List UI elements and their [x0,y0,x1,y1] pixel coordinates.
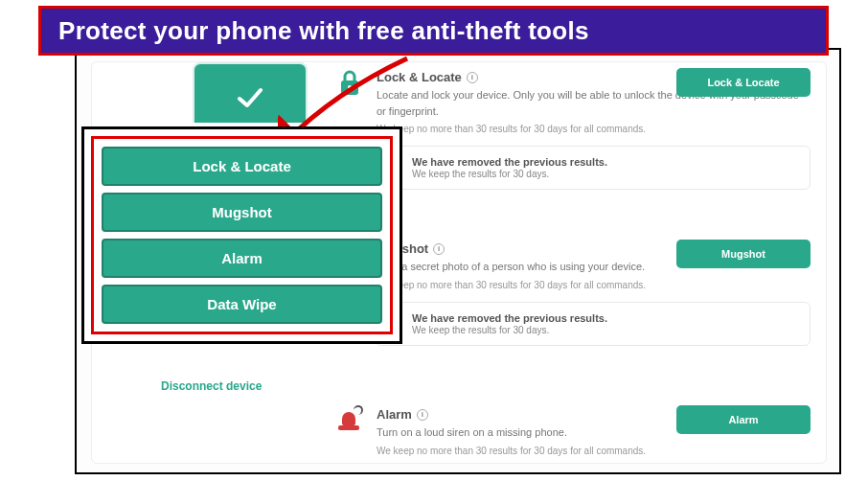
highlight-inner: Lock & Locate Mugshot Alarm Data Wipe [91,136,393,334]
feature-alarm: Alarm i Turn on a loud siren on a missin… [336,405,811,456]
highlight-alarm-button[interactable]: Alarm [102,239,382,278]
result-box: i We have removed the previous results. … [375,146,811,190]
alarm-icon [336,407,361,430]
annotation-banner: Protect your phone with free anti-theft … [38,6,829,56]
checkmark-icon [234,81,266,114]
result-line1: We have removed the previous results. [412,156,607,168]
disconnect-device-link[interactable]: Disconnect device [161,379,262,393]
info-icon[interactable]: i [417,409,428,421]
feature-title: Alarm i [377,407,428,422]
lock-locate-button[interactable]: Lock & Locate [676,68,811,97]
banner-text: Protect your phone with free anti-theft … [58,16,589,46]
result-box: i We have removed the previous results. … [375,302,811,346]
feature-note: We keep no more than 30 results for 30 d… [377,280,811,290]
result-line2: We keep the results for 30 days. [412,325,607,335]
highlight-overlay: Lock & Locate Mugshot Alarm Data Wipe [81,126,402,344]
info-icon[interactable]: i [433,243,445,255]
mugshot-button[interactable]: Mugshot [676,240,811,268]
alarm-button[interactable]: Alarm [676,405,811,434]
highlight-mugshot-button[interactable]: Mugshot [102,193,382,232]
feature-title-text: Alarm [377,407,412,422]
highlight-data-wipe-button[interactable]: Data Wipe [102,285,382,324]
result-line1: We have removed the previous results. [412,312,607,324]
result-line2: We keep the results for 30 days. [412,169,607,179]
feature-note: We keep no more than 30 results for 30 d… [377,124,811,134]
feature-note: We keep no more than 30 results for 30 d… [377,446,811,456]
info-icon[interactable]: i [467,72,478,83]
feature-mugshot: Mugshot i Take a secret photo of a perso… [336,240,811,346]
highlight-lock-locate-button[interactable]: Lock & Locate [102,147,382,186]
